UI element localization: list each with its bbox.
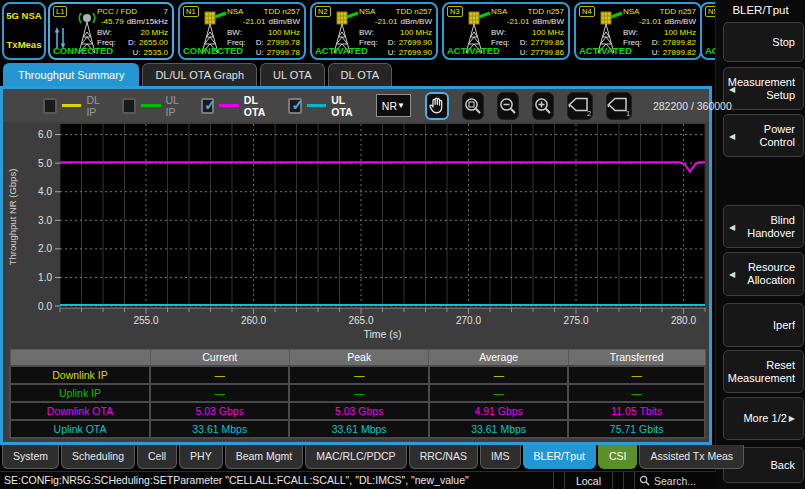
marker2-button[interactable]: 2 xyxy=(567,92,593,120)
measurement-table: Current Peak Average Transferred Downlin… xyxy=(9,349,706,439)
cell-info: NSATDD n257 -21.01dBm/BW BW:100 MHz Freq… xyxy=(623,7,696,58)
view-tabbar: Throughput Summary DL/UL OTA Graph UL OT… xyxy=(0,63,715,86)
iperf-button[interactable]: Iperf xyxy=(723,303,804,347)
cell-info: NSATDD n257 -21.01dBm/BW BW:100 MHz Freq… xyxy=(491,7,564,58)
table-header-row: Current Peak Average Transferred xyxy=(10,350,705,366)
svg-text:3.0: 3.0 xyxy=(38,215,52,226)
marker1-tag-icon: 1 xyxy=(607,96,631,116)
status-cell-empty xyxy=(623,472,634,489)
svg-text:265.0: 265.0 xyxy=(348,315,373,326)
dl-ip-checkbox[interactable] xyxy=(43,98,57,114)
cell-panel-n3[interactable]: N3 ACTIVATED NSATDD n257 -21.01dBm/BW BW… xyxy=(442,2,570,60)
cell-value: 75.71 Gbits xyxy=(568,420,705,438)
row-label: Uplink IP xyxy=(10,384,150,402)
cell-panel-l1[interactable]: L1 CONNECTED PCC / FDD7 -45.79dBm/15kHz … xyxy=(48,2,174,60)
stop-button[interactable]: Stop xyxy=(723,22,804,62)
trace-select-dropdown[interactable]: NR ▼ xyxy=(376,94,411,117)
ul-ota-checkbox[interactable]: ✓ xyxy=(288,98,301,114)
mode-line2: TxMeas xyxy=(4,39,44,50)
legend-dl-ip: DL IP xyxy=(43,94,107,118)
cell-value: 11.05 Tbits xyxy=(568,402,705,420)
legend-dl-ota: ✓ DL OTA xyxy=(201,94,273,118)
more-pages-button[interactable]: More 1/2▶ xyxy=(723,397,804,440)
tab-ims[interactable]: IMS xyxy=(480,445,521,469)
cell-status: ACTIVATED xyxy=(705,45,715,56)
status-bar: SE:CONFig:NR5G:SCHeduling:SETParameter "… xyxy=(0,471,716,489)
dl-ip-label: DL IP xyxy=(86,94,107,118)
scpi-command-text: SE:CONFig:NR5G:SCHeduling:SETParameter "… xyxy=(0,472,553,489)
legend-ul-ota: ✓ UL OTA xyxy=(288,94,360,118)
row-label: Uplink OTA xyxy=(10,420,150,438)
tab-assisted-tx-meas[interactable]: Assisted Tx Meas xyxy=(639,445,744,469)
cell-info: NSATDD n257 -21.01dBm/BW BW:100 MHz Freq… xyxy=(359,7,432,58)
category-tabbar: System Scheduling Cell PHY Beam Mgmt MAC… xyxy=(0,445,715,471)
measurement-setup-button[interactable]: ◀Measurement Setup xyxy=(723,67,804,110)
tab-dl-ota[interactable]: DL OTA xyxy=(328,63,393,86)
cell-value: — xyxy=(150,366,289,384)
svg-text:0.0: 0.0 xyxy=(38,301,52,312)
svg-text:6.0: 6.0 xyxy=(38,129,52,140)
zoom-reset-button[interactable] xyxy=(462,92,484,120)
cell-value: 5.03 Gbps xyxy=(150,402,289,420)
svg-text:5.0: 5.0 xyxy=(38,158,52,169)
cell-panel-n1[interactable]: N1 CONNECTED NSATDD n257 -21.01dBm/BW BW… xyxy=(178,2,306,60)
cell-value: 5.03 Gbps xyxy=(289,402,428,420)
tab-dlul-ota-graph[interactable]: DL/UL OTA Graph xyxy=(142,63,257,86)
cell-info: PCC / FDD7 -45.79dBm/15kHz BW:20 MHz Fre… xyxy=(97,7,168,58)
tab-throughput-summary[interactable]: Throughput Summary xyxy=(3,63,139,86)
svg-text:2.0: 2.0 xyxy=(38,243,52,254)
cell-panel-n4[interactable]: N4 ACTIVATED NSATDD n257 -21.01dBm/BW BW… xyxy=(574,2,702,60)
cell-info: NSATDD n257 -21.01dBm/BW BW:100 MHz Freq… xyxy=(227,7,300,58)
col-transferred: Transferred xyxy=(568,350,705,366)
row-label: Downlink OTA xyxy=(10,402,150,420)
row-label: Downlink IP xyxy=(10,366,150,384)
tab-ul-ota[interactable]: UL OTA xyxy=(260,63,325,86)
tab-csi[interactable]: CSI xyxy=(598,445,638,469)
status-cell-empty xyxy=(612,472,623,489)
svg-text:4.0: 4.0 xyxy=(38,186,52,197)
resource-allocation-button[interactable]: ◀Resource Allocation xyxy=(723,252,804,296)
ul-ip-checkbox[interactable] xyxy=(122,98,136,114)
search-box[interactable]: Search... xyxy=(634,472,716,489)
marker2-tag-icon: 2 xyxy=(568,96,592,116)
submenu-arrow-icon: ◀ xyxy=(729,220,735,233)
marker1-button[interactable]: 1 xyxy=(606,92,632,120)
svg-text:255.0: 255.0 xyxy=(133,315,158,326)
submenu-arrow-icon: ◀ xyxy=(729,82,735,95)
pan-tool-button[interactable] xyxy=(425,92,449,120)
blind-handover-button[interactable]: ◀Blind Handover xyxy=(723,205,804,248)
dl-ota-checkbox[interactable]: ✓ xyxy=(201,98,214,114)
cell-panel-n2[interactable]: N2 ACTIVATED NSATDD n257 -21.01dBm/BW BW… xyxy=(310,2,438,60)
cell-value: — xyxy=(289,384,428,402)
tab-system[interactable]: System xyxy=(2,445,59,469)
tab-phy[interactable]: PHY xyxy=(179,445,223,469)
mode-panel[interactable]: 5G NSA TxMeas xyxy=(2,2,46,60)
reset-measurement-button[interactable]: Reset Measurement xyxy=(723,350,804,393)
ul-ip-line-swatch xyxy=(141,104,161,107)
zoom-out-icon xyxy=(498,96,518,116)
local-button[interactable]: Local xyxy=(564,472,612,489)
search-placeholder: Search... xyxy=(654,475,696,487)
power-control-button[interactable]: ◀Power Control xyxy=(723,114,804,157)
svg-text:260.0: 260.0 xyxy=(241,315,266,326)
corner-header xyxy=(10,350,150,366)
tab-beam-mgmt[interactable]: Beam Mgmt xyxy=(225,445,304,469)
tab-scheduling[interactable]: Scheduling xyxy=(61,445,135,469)
tab-rrc-nas[interactable]: RRC/NAS xyxy=(409,445,478,469)
svg-text:Time (s): Time (s) xyxy=(363,328,401,340)
cell-panel-n5[interactable]: N5 ACTIVATED xyxy=(700,2,715,60)
zoom-out-button[interactable] xyxy=(497,92,519,120)
trace-select-value: NR xyxy=(382,100,397,112)
zoom-reset-icon xyxy=(463,96,483,116)
tab-bler-tput[interactable]: BLER/Tput xyxy=(523,445,596,469)
dl-ip-line-swatch xyxy=(62,104,82,107)
throughput-chart[interactable]: 0.01.02.03.04.05.06.0255.0260.0265.0270.… xyxy=(3,122,709,346)
submenu-arrow-icon: ◀ xyxy=(729,268,735,281)
tab-mac-rlc-pdcp[interactable]: MAC/RLC/PDCP xyxy=(305,445,406,469)
legend-ul-ip: UL IP xyxy=(122,94,186,118)
zoom-in-button[interactable] xyxy=(532,92,554,120)
svg-text:1: 1 xyxy=(626,108,630,116)
svg-text:275.0: 275.0 xyxy=(563,315,588,326)
submenu-arrow-icon: ◀ xyxy=(729,129,735,142)
tab-cell[interactable]: Cell xyxy=(137,445,177,469)
